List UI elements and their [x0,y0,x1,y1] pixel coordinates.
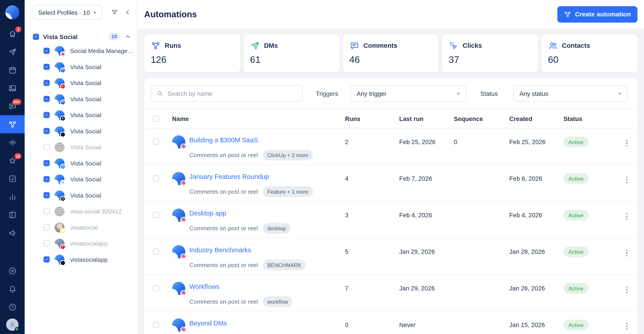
profile-name: Vista Social [70,192,101,199]
profile-row[interactable]: Vista Social [25,107,137,123]
account-avatar[interactable] [6,318,18,331]
row-checkbox[interactable] [153,139,159,145]
rail-item-reports[interactable] [0,188,25,206]
profile-group-row[interactable]: Vista Social 10 [25,31,137,43]
rail-item-tasks[interactable] [0,170,25,188]
rail-item-add[interactable] [0,262,25,280]
stat-value: 46 [349,54,432,65]
profile-row[interactable]: Vista Social [25,187,137,203]
row-menu-button[interactable] [624,248,630,274]
rail-item-boards[interactable] [0,206,25,224]
profile-row[interactable]: Vista Social [25,139,137,155]
group-checkbox[interactable] [33,34,39,40]
row-menu-button[interactable] [624,321,630,334]
profile-row[interactable]: Vista Social [25,91,137,107]
profile-checkbox[interactable] [44,128,50,134]
select-all-checkbox[interactable] [153,115,159,121]
profile-checkbox[interactable] [44,208,50,214]
stat-label: Comments [363,42,397,49]
rail-item-notifications[interactable] [0,280,25,298]
profile-checkbox[interactable] [44,48,50,54]
rail-item-help[interactable]: ? [0,298,25,316]
profile-checkbox[interactable] [44,80,50,86]
select-profiles-dropdown[interactable]: Select Profiles · 10 [33,5,102,20]
row-menu-button[interactable] [624,138,630,164]
rail-item-advocacy[interactable] [0,224,25,242]
person-icon [8,321,16,328]
row-checkbox[interactable] [153,322,159,328]
profile-row[interactable]: vistasocialapp [25,235,137,251]
automation-name-link[interactable]: Workflows [189,283,220,290]
profile-checkbox[interactable] [44,240,50,246]
trigger-type-text: Comments on post or reel [189,298,258,305]
network-badge-icon [60,83,66,89]
automation-name-link[interactable]: Beyond DMs [189,320,227,326]
status-select[interactable]: Any status [513,85,628,101]
row-menu-button[interactable] [624,175,630,201]
stats-row: Runs 126 DMs 61 Comments 46 [144,35,637,73]
row-checkbox[interactable] [153,175,159,181]
create-automation-button[interactable]: Create automation [557,6,638,23]
table-row[interactable]: Desktop app Comments on post or reel des… [144,202,637,238]
status-badge: Active [564,320,588,330]
rail-item-publishing[interactable] [0,43,25,61]
rail-item-reviews[interactable]: 16 [0,151,25,170]
table-row[interactable]: Industry Benchmarks Comments on post or … [144,238,637,275]
profile-row[interactable]: Vista Social [25,171,137,187]
profile-checkbox[interactable] [44,224,50,230]
automation-name-link[interactable]: Industry Benchmarks [189,246,251,253]
profile-row[interactable]: Vista Social [25,123,137,139]
rail-item-media[interactable] [0,79,25,97]
profile-checkbox[interactable] [44,64,50,70]
sequence-cell: 0 [445,128,500,164]
column-header-created: Created [500,115,554,122]
table-row[interactable]: Building a $300M SaaS Comments on post o… [144,128,637,165]
rail-item-automations[interactable] [0,115,25,133]
row-menu-button[interactable] [624,285,630,311]
profile-name: Social Media Managem… [70,48,137,54]
status-select-value: Any status [520,90,548,97]
profile-avatar [55,174,64,184]
collapse-group-button[interactable] [124,33,132,40]
profile-checkbox[interactable] [44,192,50,198]
table-row[interactable]: January Features Roundup Comments on pos… [144,165,637,202]
automation-name-link[interactable]: Building a $300M SaaS [189,137,258,144]
click-icon [448,41,458,51]
stat-card-dms: DMs 61 [244,35,340,73]
search-input[interactable] [168,90,297,97]
table-body: Building a $300M SaaS Comments on post o… [144,128,637,334]
automation-name-link[interactable]: January Features Roundup [189,173,269,180]
table-row[interactable]: Beyond DMs Comments on post or reel 0 Ne… [144,311,637,334]
profile-checkbox[interactable] [44,112,50,118]
profile-row[interactable]: vista-social-320412 [25,203,137,219]
chevron-left-icon [124,9,132,16]
rail-item-home[interactable]: 1 [0,25,25,43]
row-checkbox[interactable] [153,285,159,291]
collapse-sidebar-button[interactable] [124,9,132,16]
profile-checkbox[interactable] [44,160,50,166]
stat-label: DMs [264,42,278,49]
row-checkbox[interactable] [153,212,159,218]
row-checkbox[interactable] [153,248,159,255]
automation-name-link[interactable]: Desktop app [189,210,226,217]
profile-row[interactable]: Vista Social [25,59,137,75]
profile-checkbox[interactable] [44,96,50,102]
stat-card-contacts: Contacts 60 [541,35,638,73]
profile-checkbox[interactable] [44,144,50,150]
rail-item-inbox[interactable]: 99+ [0,97,25,115]
status-badge: Active [564,210,588,221]
filter-profiles-button[interactable] [111,9,118,16]
row-menu-button[interactable] [624,212,630,238]
table-row[interactable]: Workflows Comments on post or reel workf… [144,275,637,311]
profile-row[interactable]: vistasocialapp [25,251,137,267]
vista-social-logo[interactable] [0,0,25,25]
rail-item-listening[interactable] [0,133,25,151]
profile-row[interactable]: Vista Social [25,75,137,91]
profile-checkbox[interactable] [44,256,50,262]
trigger-select[interactable]: Any trigger [350,85,466,101]
profile-row[interactable]: vistasocial [25,219,137,235]
rail-item-calendar[interactable] [0,61,25,79]
profile-row[interactable]: Vista Social [25,155,137,171]
profile-row[interactable]: Social Media Managem… [25,43,137,59]
profile-checkbox[interactable] [44,176,50,182]
